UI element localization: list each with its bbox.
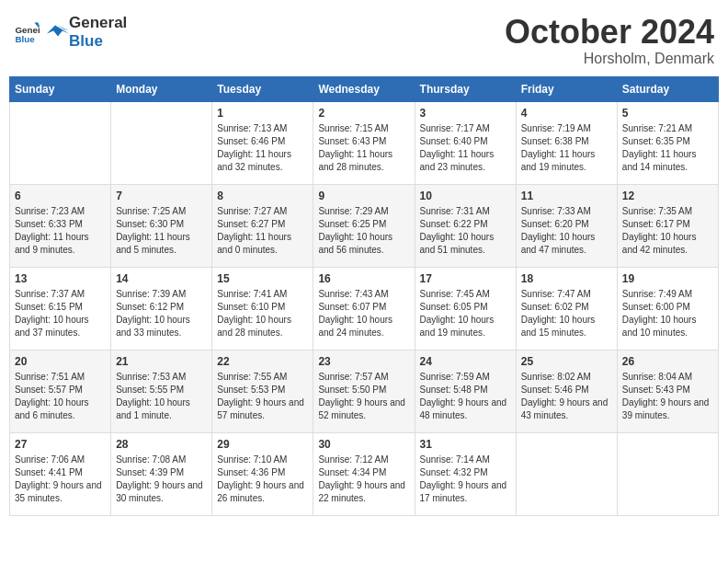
day-number: 12 bbox=[622, 190, 713, 202]
day-number: 10 bbox=[420, 190, 511, 202]
day-detail: Sunrise: 8:04 AM Sunset: 5:43 PM Dayligh… bbox=[622, 371, 713, 422]
calendar-cell: 17Sunrise: 7:45 AM Sunset: 6:05 PM Dayli… bbox=[415, 267, 516, 350]
day-detail: Sunrise: 7:35 AM Sunset: 6:17 PM Dayligh… bbox=[622, 205, 713, 257]
day-detail: Sunrise: 7:59 AM Sunset: 5:48 PM Dayligh… bbox=[420, 371, 511, 422]
month-title: October 2024 bbox=[505, 14, 714, 51]
svg-text:Blue: Blue bbox=[15, 34, 35, 44]
calendar-cell: 8Sunrise: 7:27 AM Sunset: 6:27 PM Daylig… bbox=[212, 184, 313, 267]
calendar-cell: 30Sunrise: 7:12 AM Sunset: 4:34 PM Dayli… bbox=[313, 432, 415, 515]
day-detail: Sunrise: 8:02 AM Sunset: 5:46 PM Dayligh… bbox=[521, 371, 612, 422]
day-detail: Sunrise: 7:47 AM Sunset: 6:02 PM Dayligh… bbox=[521, 288, 612, 339]
day-detail: Sunrise: 7:17 AM Sunset: 6:40 PM Dayligh… bbox=[420, 122, 511, 174]
day-number: 4 bbox=[521, 107, 612, 120]
day-number: 16 bbox=[318, 272, 409, 285]
calendar-cell bbox=[10, 101, 111, 184]
weekday-header-friday: Friday bbox=[516, 76, 617, 101]
logo-blue: Blue bbox=[69, 32, 103, 50]
day-number: 20 bbox=[15, 355, 106, 368]
day-number: 30 bbox=[318, 438, 409, 451]
page-header: General Blue General Blue October 2024 H… bbox=[9, 9, 719, 67]
day-detail: Sunrise: 7:21 AM Sunset: 6:35 PM Dayligh… bbox=[622, 122, 713, 174]
day-number: 31 bbox=[420, 438, 511, 451]
day-detail: Sunrise: 7:41 AM Sunset: 6:10 PM Dayligh… bbox=[217, 288, 308, 339]
day-number: 11 bbox=[521, 190, 612, 202]
day-detail: Sunrise: 7:53 AM Sunset: 5:55 PM Dayligh… bbox=[116, 371, 207, 422]
svg-marker-4 bbox=[47, 26, 69, 37]
weekday-header-sunday: Sunday bbox=[10, 76, 111, 101]
calendar-cell: 22Sunrise: 7:55 AM Sunset: 5:53 PM Dayli… bbox=[212, 350, 313, 432]
calendar-week-row: 27Sunrise: 7:06 AM Sunset: 4:41 PM Dayli… bbox=[10, 432, 719, 515]
day-number: 21 bbox=[116, 355, 207, 368]
calendar-cell: 29Sunrise: 7:10 AM Sunset: 4:36 PM Dayli… bbox=[212, 432, 313, 515]
day-detail: Sunrise: 7:51 AM Sunset: 5:57 PM Dayligh… bbox=[15, 371, 106, 422]
calendar-cell bbox=[516, 432, 617, 515]
day-number: 22 bbox=[217, 355, 308, 368]
logo-icon: General Blue bbox=[14, 19, 40, 45]
title-block: October 2024 Horsholm, Denmark bbox=[505, 14, 714, 67]
weekday-header-monday: Monday bbox=[111, 76, 212, 101]
day-number: 15 bbox=[217, 272, 308, 285]
day-detail: Sunrise: 7:31 AM Sunset: 6:22 PM Dayligh… bbox=[420, 205, 511, 257]
calendar-cell: 18Sunrise: 7:47 AM Sunset: 6:02 PM Dayli… bbox=[516, 267, 617, 350]
day-detail: Sunrise: 7:14 AM Sunset: 4:32 PM Dayligh… bbox=[420, 454, 511, 505]
day-number: 24 bbox=[420, 355, 511, 368]
calendar-cell: 11Sunrise: 7:33 AM Sunset: 6:20 PM Dayli… bbox=[516, 184, 617, 267]
logo-general: General bbox=[69, 14, 127, 31]
day-number: 13 bbox=[15, 272, 106, 285]
calendar-table: SundayMondayTuesdayWednesdayThursdayFrid… bbox=[9, 76, 719, 516]
weekday-header-tuesday: Tuesday bbox=[212, 76, 313, 101]
calendar-week-row: 6Sunrise: 7:23 AM Sunset: 6:33 PM Daylig… bbox=[10, 184, 719, 267]
calendar-cell: 28Sunrise: 7:08 AM Sunset: 4:39 PM Dayli… bbox=[111, 432, 212, 515]
day-number: 25 bbox=[521, 355, 612, 368]
day-detail: Sunrise: 7:19 AM Sunset: 6:38 PM Dayligh… bbox=[521, 122, 612, 174]
calendar-cell: 2Sunrise: 7:15 AM Sunset: 6:43 PM Daylig… bbox=[313, 101, 415, 184]
day-detail: Sunrise: 7:43 AM Sunset: 6:07 PM Dayligh… bbox=[318, 288, 409, 339]
calendar-cell: 31Sunrise: 7:14 AM Sunset: 4:32 PM Dayli… bbox=[415, 432, 516, 515]
day-number: 8 bbox=[217, 190, 308, 202]
day-number: 7 bbox=[116, 190, 207, 202]
logo: General Blue General Blue bbox=[14, 14, 127, 51]
day-detail: Sunrise: 7:37 AM Sunset: 6:15 PM Dayligh… bbox=[15, 288, 106, 339]
calendar-cell: 4Sunrise: 7:19 AM Sunset: 6:38 PM Daylig… bbox=[516, 101, 617, 184]
day-detail: Sunrise: 7:55 AM Sunset: 5:53 PM Dayligh… bbox=[217, 371, 308, 422]
calendar-cell: 27Sunrise: 7:06 AM Sunset: 4:41 PM Dayli… bbox=[10, 432, 111, 515]
day-number: 23 bbox=[318, 355, 409, 368]
calendar-cell: 3Sunrise: 7:17 AM Sunset: 6:40 PM Daylig… bbox=[415, 101, 516, 184]
weekday-header-row: SundayMondayTuesdayWednesdayThursdayFrid… bbox=[10, 76, 719, 101]
day-number: 9 bbox=[318, 190, 409, 202]
day-number: 19 bbox=[622, 272, 713, 285]
weekday-header-thursday: Thursday bbox=[415, 76, 516, 101]
calendar-cell: 12Sunrise: 7:35 AM Sunset: 6:17 PM Dayli… bbox=[617, 184, 718, 267]
day-detail: Sunrise: 7:29 AM Sunset: 6:25 PM Dayligh… bbox=[318, 205, 409, 257]
calendar-cell: 5Sunrise: 7:21 AM Sunset: 6:35 PM Daylig… bbox=[617, 101, 718, 184]
day-detail: Sunrise: 7:45 AM Sunset: 6:05 PM Dayligh… bbox=[420, 288, 511, 339]
calendar-week-row: 13Sunrise: 7:37 AM Sunset: 6:15 PM Dayli… bbox=[10, 267, 719, 350]
day-detail: Sunrise: 7:27 AM Sunset: 6:27 PM Dayligh… bbox=[217, 205, 308, 257]
calendar-cell: 7Sunrise: 7:25 AM Sunset: 6:30 PM Daylig… bbox=[111, 184, 212, 267]
calendar-cell: 15Sunrise: 7:41 AM Sunset: 6:10 PM Dayli… bbox=[212, 267, 313, 350]
day-detail: Sunrise: 7:23 AM Sunset: 6:33 PM Dayligh… bbox=[15, 205, 106, 257]
day-number: 14 bbox=[116, 272, 207, 285]
day-detail: Sunrise: 7:57 AM Sunset: 5:50 PM Dayligh… bbox=[318, 371, 409, 422]
day-detail: Sunrise: 7:12 AM Sunset: 4:34 PM Dayligh… bbox=[318, 454, 409, 505]
day-detail: Sunrise: 7:33 AM Sunset: 6:20 PM Dayligh… bbox=[521, 205, 612, 257]
day-number: 5 bbox=[622, 107, 713, 120]
logo-bird-icon bbox=[41, 18, 69, 46]
calendar-cell: 16Sunrise: 7:43 AM Sunset: 6:07 PM Dayli… bbox=[313, 267, 415, 350]
day-number: 29 bbox=[217, 438, 308, 451]
day-detail: Sunrise: 7:13 AM Sunset: 6:46 PM Dayligh… bbox=[217, 122, 308, 174]
calendar-week-row: 20Sunrise: 7:51 AM Sunset: 5:57 PM Dayli… bbox=[10, 350, 719, 432]
day-number: 1 bbox=[217, 107, 308, 120]
calendar-week-row: 1Sunrise: 7:13 AM Sunset: 6:46 PM Daylig… bbox=[10, 101, 719, 184]
day-detail: Sunrise: 7:25 AM Sunset: 6:30 PM Dayligh… bbox=[116, 205, 207, 257]
weekday-header-saturday: Saturday bbox=[617, 76, 718, 101]
calendar-cell: 23Sunrise: 7:57 AM Sunset: 5:50 PM Dayli… bbox=[313, 350, 415, 432]
calendar-cell: 24Sunrise: 7:59 AM Sunset: 5:48 PM Dayli… bbox=[415, 350, 516, 432]
day-number: 17 bbox=[420, 272, 511, 285]
calendar-cell: 14Sunrise: 7:39 AM Sunset: 6:12 PM Dayli… bbox=[111, 267, 212, 350]
calendar-cell: 9Sunrise: 7:29 AM Sunset: 6:25 PM Daylig… bbox=[313, 184, 415, 267]
day-number: 6 bbox=[15, 190, 106, 202]
day-detail: Sunrise: 7:39 AM Sunset: 6:12 PM Dayligh… bbox=[116, 288, 207, 339]
calendar-cell: 20Sunrise: 7:51 AM Sunset: 5:57 PM Dayli… bbox=[10, 350, 111, 432]
day-detail: Sunrise: 7:49 AM Sunset: 6:00 PM Dayligh… bbox=[622, 288, 713, 339]
